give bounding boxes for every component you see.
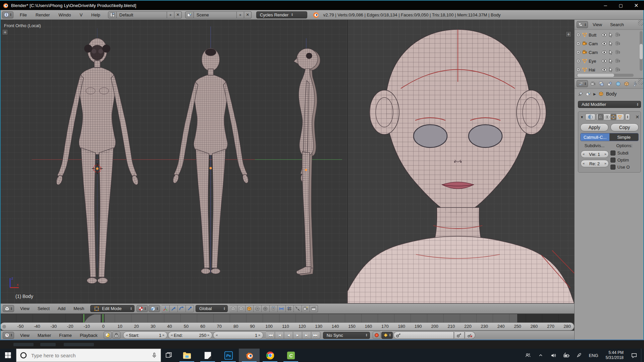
viewport-toggle[interactable]: [604, 114, 610, 120]
tool-button[interactable]: [310, 305, 318, 312]
outliner-editor-type-button[interactable]: ▲▼: [577, 21, 588, 28]
sync-mode-select[interactable]: No Sync ▲▼: [323, 332, 370, 339]
tool-button[interactable]: [294, 305, 302, 312]
renderable-camera-icon[interactable]: [615, 50, 621, 55]
menu-item[interactable]: Windo: [54, 12, 75, 17]
cage-toggle[interactable]: [617, 114, 623, 120]
expand-icon[interactable]: [576, 67, 581, 72]
transport-button[interactable]: ◀: [284, 331, 293, 339]
simple-option[interactable]: Simple: [609, 133, 638, 141]
language-indicator[interactable]: ENG: [586, 353, 601, 358]
tool-button[interactable]: [229, 305, 237, 312]
selectable-cursor-icon[interactable]: [608, 32, 613, 38]
outliner-row[interactable]: Butt: [576, 31, 638, 39]
layout-add-button[interactable]: ＋: [167, 11, 174, 18]
render-toggle[interactable]: [598, 114, 604, 120]
viewport-3d[interactable]: Front Ortho (Local) + + z x (1) Body: [0, 20, 574, 303]
layout-browse-button[interactable]: [108, 11, 117, 18]
clock[interactable]: 5:44 PM 5/31/2018: [602, 350, 627, 360]
subdivide-uvs-checkbox[interactable]: [610, 150, 615, 156]
taskbar-app[interactable]: [260, 349, 280, 362]
manipulator-button[interactable]: [170, 305, 178, 312]
task-view-button[interactable]: [161, 349, 176, 362]
pivot-center-button[interactable]: ▲▼: [149, 305, 160, 312]
outliner-menu-view[interactable]: View: [589, 22, 605, 27]
close-button[interactable]: ✕: [629, 1, 644, 10]
keying-set-select[interactable]: ▲▼: [381, 332, 393, 339]
orientation-select[interactable]: Global ▲▼: [196, 305, 228, 312]
battery-button[interactable]: [560, 349, 572, 362]
taskbar-app[interactable]: [176, 349, 197, 362]
outliner-row[interactable]: Hai: [576, 65, 638, 74]
menu-item[interactable]: Mesh: [69, 306, 88, 311]
render-engine-select[interactable]: Cycles Render ▲▼: [256, 11, 307, 18]
taskbar-app[interactable]: C: [280, 349, 301, 362]
scene-browse-button[interactable]: [185, 11, 194, 18]
properties-tab[interactable]: [606, 80, 613, 87]
menu-item[interactable]: V: [75, 12, 87, 17]
transport-button[interactable]: |◀: [275, 331, 284, 339]
visibility-eye-icon[interactable]: [601, 58, 607, 64]
outliner-row[interactable]: Cam: [576, 39, 638, 48]
viewport-shading-button[interactable]: ▲▼: [137, 305, 148, 312]
current-frame-field[interactable]: ◀1▶: [213, 331, 263, 339]
manipulator-button[interactable]: [186, 305, 194, 312]
apply-button[interactable]: Apply: [580, 123, 608, 131]
microphone-icon[interactable]: [151, 352, 157, 358]
expand-icon[interactable]: [576, 59, 581, 63]
render-subdivisions-stepper[interactable]: ◀Re: 2▶: [581, 160, 609, 167]
transport-button[interactable]: |◀◀: [266, 331, 275, 339]
timeline-editor-type-button[interactable]: ▲▼: [3, 332, 14, 339]
modifier-sort-buttons[interactable]: ▲▼: [625, 114, 630, 120]
selectable-cursor-icon[interactable]: [608, 41, 613, 46]
menu-item[interactable]: Marker: [34, 333, 55, 338]
optimal-display-checkbox[interactable]: [610, 158, 615, 163]
menu-item[interactable]: Add: [54, 306, 69, 311]
search-input[interactable]: [31, 352, 148, 359]
checkbox-row[interactable]: Use O: [610, 165, 639, 170]
tray-overflow-button[interactable]: [535, 349, 546, 362]
outliner-row[interactable]: Eye: [576, 57, 638, 65]
expand-icon[interactable]: [576, 33, 581, 37]
layout-name-field[interactable]: Default: [117, 11, 167, 18]
tool-button[interactable]: [278, 305, 286, 312]
tool-button[interactable]: [286, 305, 294, 312]
visibility-eye-icon[interactable]: [601, 67, 607, 72]
expand-icon[interactable]: [576, 41, 581, 46]
renderable-camera-icon[interactable]: [615, 58, 621, 64]
outliner-row[interactable]: Cam: [576, 48, 638, 57]
delete-keyframe-button[interactable]: [465, 331, 475, 339]
tool-button[interactable]: [302, 305, 310, 312]
tool-button[interactable]: [246, 305, 254, 312]
properties-tab[interactable]: [631, 80, 639, 87]
taskbar-app[interactable]: [197, 349, 218, 362]
manipulator-button[interactable]: [162, 305, 170, 312]
editor-type-button[interactable]: ▲▼: [2, 11, 13, 18]
tool-button[interactable]: [254, 305, 262, 312]
expand-icon[interactable]: [576, 50, 581, 55]
checkbox-row[interactable]: Subdi: [610, 150, 639, 156]
selectable-cursor-icon[interactable]: [608, 50, 613, 55]
visibility-eye-icon[interactable]: [601, 50, 607, 55]
insert-keyframe-button[interactable]: [454, 331, 465, 339]
properties-tab[interactable]: [589, 80, 597, 87]
collapse-triangle-icon[interactable]: ▼: [580, 115, 584, 119]
tool-button[interactable]: [270, 305, 278, 312]
properties-tab[interactable]: [623, 80, 630, 87]
renderable-camera-icon[interactable]: [615, 32, 621, 38]
catmull-clark-option[interactable]: Catmull-C...: [581, 133, 609, 141]
properties-expand-button[interactable]: +: [566, 31, 572, 37]
start-frame-field[interactable]: ◀Start: 1▶: [123, 331, 167, 339]
tool-button[interactable]: [262, 305, 270, 312]
record-button[interactable]: [373, 331, 381, 339]
use-opensubdiv-checkbox[interactable]: [610, 165, 615, 170]
tool-button[interactable]: [237, 305, 246, 312]
mode-select[interactable]: Edit Mode ▲▼: [90, 305, 135, 312]
outliner-horizontal-scrollbar[interactable]: [577, 74, 634, 77]
show-desktop-button[interactable]: [641, 349, 643, 362]
menu-item[interactable]: Help: [87, 12, 105, 17]
renderable-camera-icon[interactable]: [615, 67, 621, 72]
transport-button[interactable]: ▶▶|: [311, 331, 320, 339]
start-button[interactable]: [0, 349, 16, 362]
scene-add-button[interactable]: ＋: [237, 11, 244, 18]
